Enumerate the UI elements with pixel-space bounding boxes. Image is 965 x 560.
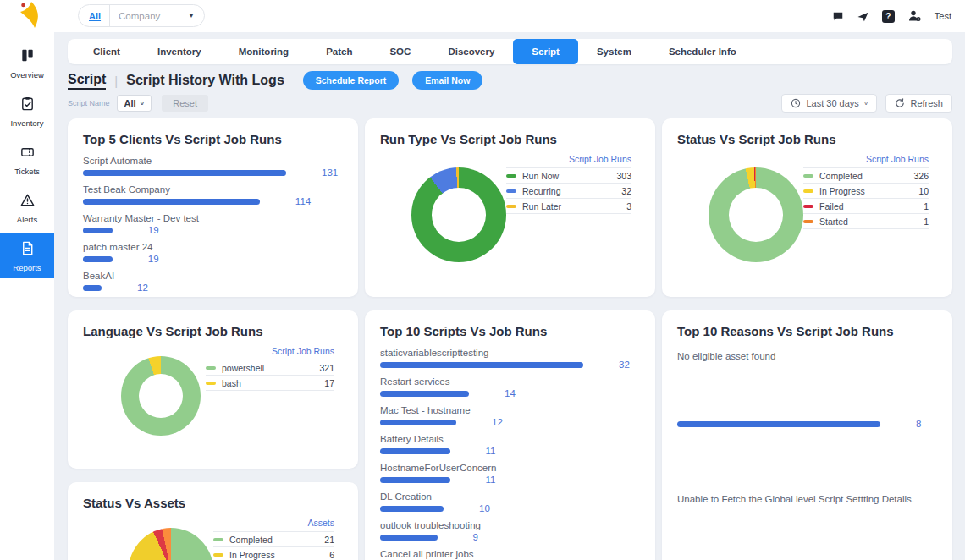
legend-row: powershell321: [206, 360, 334, 376]
legend-label: In Progress: [819, 186, 865, 196]
legend-row: Completed326: [803, 168, 929, 184]
bar-value: 114: [295, 199, 311, 205]
bar-line: 11: [380, 448, 640, 454]
bar-line: 32: [380, 362, 640, 368]
card-title: Status Vs Assets: [83, 496, 343, 511]
legend-row: In Progress6: [213, 547, 334, 560]
send-icon[interactable]: [857, 10, 869, 23]
bar[interactable]: [83, 285, 102, 291]
tab-script[interactable]: Script: [513, 39, 578, 64]
scope-all-link[interactable]: All: [89, 11, 101, 21]
hbar-chart: No eligible asset found8Unable to Fetch …: [677, 350, 937, 505]
bar[interactable]: [380, 362, 583, 368]
refresh-button[interactable]: Refresh: [885, 94, 952, 113]
user-settings-icon[interactable]: [907, 9, 922, 23]
legend-swatch: [213, 553, 223, 557]
email-now-button[interactable]: Email Now: [412, 71, 482, 90]
company-selector[interactable]: All Company ▼: [78, 4, 205, 27]
bar-label: Mac Test - hostname: [380, 404, 640, 416]
donut-chart[interactable]: [411, 167, 506, 262]
sidebar-item-inventory[interactable]: Inventory: [0, 89, 54, 134]
bar-row: BeakAI12: [83, 270, 343, 291]
reset-button[interactable]: Reset: [162, 95, 208, 112]
bar[interactable]: [380, 506, 444, 512]
legend-row: Recurring32: [506, 184, 631, 199]
legend-label: Recurring: [522, 186, 561, 196]
bar-row: outlook troubleshooting9: [380, 519, 640, 541]
tab-client[interactable]: Client: [74, 39, 139, 64]
legend-row: Run Later3: [506, 199, 631, 214]
pie-chart[interactable]: [129, 528, 213, 560]
bar-label: Test Beak Company: [83, 184, 343, 195]
user-name[interactable]: Test: [935, 11, 951, 21]
bar-line: 10: [380, 506, 640, 512]
legend-swatch: [206, 382, 216, 385]
legend-swatch: [803, 205, 813, 208]
warning-triangle-icon: [19, 192, 36, 211]
pie-chart-area: AssetsCompleted21In Progress6Failed1Star…: [83, 511, 343, 560]
bar-value: 11: [486, 448, 496, 454]
card-language: Language Vs Script Job Runs Script Job R…: [68, 310, 358, 469]
bar[interactable]: [380, 420, 456, 425]
sidebar-item-tickets[interactable]: Tickets: [0, 137, 54, 182]
legend-row: Completed21: [213, 532, 334, 547]
breadcrumb-section[interactable]: Script: [68, 72, 106, 90]
tab-inventory[interactable]: Inventory: [139, 39, 220, 64]
bar[interactable]: [83, 199, 260, 205]
bar-value: 10: [479, 506, 490, 512]
tab-system[interactable]: System: [578, 39, 650, 64]
bar[interactable]: [83, 256, 113, 262]
bar-row: Restart services14: [380, 376, 640, 397]
bar[interactable]: [380, 448, 450, 454]
legend-swatch: [803, 174, 813, 178]
legend-value: 32: [621, 186, 631, 196]
bar-label: HostnameForUserConcern: [380, 462, 640, 474]
bar-line: 12: [380, 420, 640, 425]
bar-row: No eligible asset found8: [677, 350, 937, 427]
bar-label: Script Automate: [83, 155, 343, 167]
hbar-chart: Script Automate131Test Beak Company114Wa…: [83, 155, 343, 291]
bar-row: staticvariablescripttesting32: [380, 347, 640, 368]
legend-value: 1: [924, 217, 929, 227]
sidebar-item-alerts[interactable]: Alerts: [0, 185, 54, 230]
sidebar-item-reports[interactable]: Reports: [0, 233, 54, 278]
tab-monitoring[interactable]: Monitoring: [220, 39, 307, 64]
donut-chart[interactable]: [121, 356, 201, 436]
chart-wrapper: [709, 167, 803, 262]
tab-soc[interactable]: SOC: [371, 39, 429, 64]
bar-line: 11: [380, 477, 640, 483]
bar-line: 19: [83, 256, 343, 262]
help-icon[interactable]: ?: [882, 10, 895, 23]
bar[interactable]: [380, 535, 438, 541]
legend-swatch: [213, 538, 223, 541]
legend-swatch: [206, 366, 216, 370]
bar-line: 114: [83, 199, 343, 205]
script-name-select[interactable]: All ˅: [117, 95, 152, 112]
legend-row: In Progress10: [803, 184, 929, 199]
donut-chart[interactable]: [709, 167, 803, 262]
donut-hole: [139, 374, 183, 418]
tab-scheduler-info[interactable]: Scheduler Info: [650, 39, 755, 64]
top-bar: All Company ▼ ? Test: [0, 0, 965, 32]
bar[interactable]: [380, 477, 450, 483]
bar-label: DL Creation: [380, 491, 640, 502]
refresh-icon: [895, 98, 905, 108]
chat-icon[interactable]: [832, 10, 844, 22]
bar[interactable]: [83, 170, 286, 176]
legend-row: Run Now303: [506, 168, 631, 184]
tab-discovery[interactable]: Discovery: [429, 39, 513, 64]
ticket-icon: [19, 144, 36, 163]
schedule-report-button[interactable]: Schedule Report: [303, 71, 399, 90]
bar[interactable]: [83, 228, 113, 233]
date-range-select[interactable]: Last 30 days ˅: [781, 94, 877, 113]
bar-value: 131: [322, 170, 338, 176]
sidebar-item-overview[interactable]: Overview: [0, 41, 54, 85]
bar-line: 8: [677, 421, 937, 427]
bar-label: Cancel all printer jobs: [380, 548, 640, 560]
chart-legend: Script Job RunsRun Now303Recurring32Run …: [506, 154, 631, 262]
bar[interactable]: [677, 421, 880, 427]
tab-patch[interactable]: Patch: [307, 39, 371, 64]
bar-line: 14: [380, 391, 640, 397]
card-top5-clients: Top 5 Clients Vs Script Job Runs Script …: [68, 118, 358, 297]
bar[interactable]: [380, 391, 469, 397]
